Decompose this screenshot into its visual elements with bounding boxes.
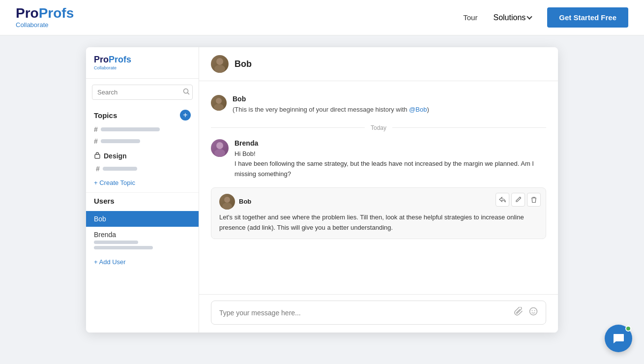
design-section: Design # — [86, 149, 199, 176]
search-box[interactable] — [92, 85, 193, 100]
logo-profs: Profs — [39, 5, 74, 21]
sidebar: ProProfs Collaborate Topics + — [86, 47, 199, 333]
edit-button[interactable] — [511, 193, 525, 207]
chat-widget-icon — [612, 332, 625, 345]
user-item-brenda-name[interactable]: Brenda — [86, 227, 199, 240]
svg-point-5 — [216, 98, 222, 104]
solutions-chevron-icon — [527, 14, 532, 19]
sidebar-logo-sub: Collaborate — [94, 65, 191, 70]
brenda-name: Brenda — [234, 139, 546, 147]
add-topic-button[interactable]: + — [180, 110, 191, 121]
brenda-message-row: Brenda Hi Bob! I have been following the… — [211, 135, 546, 183]
topic-item-1[interactable]: # — [94, 123, 191, 135]
users-label: Users — [94, 197, 191, 205]
reply-action-buttons — [496, 193, 541, 207]
logo-pro: Pro — [16, 5, 39, 21]
svg-rect-2 — [95, 154, 100, 158]
topic-hash-1: # — [94, 125, 98, 133]
chat-header-avatar — [211, 55, 229, 73]
chat-input-box — [211, 301, 546, 325]
reply-button[interactable] — [496, 193, 509, 207]
svg-point-7 — [216, 142, 223, 149]
lock-icon — [94, 151, 101, 160]
bob-reply-box: Bob Let's sit together and see where the… — [211, 187, 546, 240]
search-input[interactable] — [97, 89, 180, 96]
app-window: ProProfs Collaborate Topics + — [86, 47, 558, 333]
nav-logo-text: ProProfs — [16, 5, 74, 21]
search-icon — [183, 88, 190, 96]
reply-bob-avatar — [219, 194, 235, 210]
sidebar-logo: ProProfs Collaborate — [86, 55, 199, 79]
chat-area: Bob Bob (This is the very begin — [199, 47, 558, 333]
topic-bar-1 — [101, 127, 160, 131]
topics-label: Topics — [94, 111, 117, 120]
date-divider: Today — [211, 121, 546, 135]
chat-input-area — [199, 294, 558, 333]
nav-logo: ProProfs Collaborate — [16, 6, 74, 29]
topic-hash-2: # — [94, 137, 98, 145]
design-header[interactable]: Design — [94, 151, 191, 160]
svg-point-6 — [214, 104, 224, 111]
svg-point-3 — [216, 58, 223, 65]
message-input[interactable] — [219, 309, 508, 317]
nav-links: Tour Solutions Get Started Free — [463, 7, 628, 28]
dm-history-text: (This is the very beginning of your dire… — [233, 105, 429, 115]
svg-point-4 — [214, 65, 225, 73]
nav-solutions-dropdown[interactable]: Solutions — [493, 13, 531, 22]
svg-point-12 — [532, 310, 533, 311]
dm-bob-name: Bob — [233, 95, 429, 103]
main-content: ProProfs Collaborate Topics + — [0, 35, 644, 344]
reply-box-header: Bob — [219, 194, 538, 210]
svg-point-13 — [534, 310, 535, 311]
brenda-message-content: Brenda Hi Bob! I have been following the… — [234, 139, 546, 180]
design-label: Design — [104, 152, 127, 160]
topics-section: Topics + # # — [86, 106, 199, 149]
delete-button[interactable] — [527, 193, 541, 207]
chat-header-name: Bob — [234, 59, 252, 69]
add-user-link[interactable]: + Add User — [86, 255, 199, 269]
bob-reply-text: Let's sit together and see where the pro… — [219, 212, 538, 233]
user-bar-1 — [94, 241, 138, 244]
user-bar-2 — [94, 246, 153, 249]
attach-icon[interactable] — [514, 307, 523, 318]
chat-messages: Bob (This is the very beginning of your … — [199, 81, 558, 294]
reply-bob-name: Bob — [239, 198, 251, 205]
user-brenda-bars — [86, 240, 199, 255]
dm-mention: @Bob — [409, 106, 427, 113]
sidebar-logo-text: ProProfs — [94, 55, 131, 64]
sidebar-logo-profs: Profs — [109, 55, 131, 64]
chat-widget-online-dot — [625, 326, 631, 332]
nav-solutions-label: Solutions — [493, 13, 526, 22]
dm-history-message: Bob (This is the very beginning of your … — [211, 89, 546, 121]
create-topic-link[interactable]: + Create Topic — [86, 176, 199, 192]
dm-bob-avatar — [211, 95, 227, 111]
design-topic-bar — [103, 167, 137, 171]
topic-item-2[interactable]: # — [94, 135, 191, 147]
sidebar-logo-pro: Pro — [94, 55, 109, 64]
svg-line-1 — [188, 93, 189, 94]
design-topic-item[interactable]: # — [94, 163, 191, 174]
user-item-bob[interactable]: Bob — [86, 211, 199, 227]
svg-point-8 — [214, 149, 225, 157]
brenda-message-text: I have been following the same strategy,… — [234, 159, 546, 180]
chat-header: Bob — [199, 47, 558, 81]
emoji-icon[interactable] — [529, 307, 538, 318]
svg-point-11 — [530, 308, 537, 315]
chat-widget-button[interactable] — [605, 325, 632, 352]
logo-sub: Collaborate — [16, 21, 74, 29]
brenda-avatar — [211, 139, 229, 157]
svg-point-10 — [222, 203, 232, 210]
topic-bar-2 — [101, 139, 140, 143]
users-section: Users — [86, 192, 199, 211]
dm-history-content: Bob (This is the very beginning of your … — [233, 95, 429, 115]
date-divider-label: Today — [365, 124, 392, 131]
get-started-button[interactable]: Get Started Free — [547, 7, 628, 28]
top-navigation: ProProfs Collaborate Tour Solutions Get … — [0, 0, 644, 35]
brenda-greeting: Hi Bob! — [234, 149, 546, 159]
nav-tour-link[interactable]: Tour — [463, 13, 477, 22]
design-topic-hash: # — [96, 165, 100, 173]
svg-point-9 — [224, 197, 230, 203]
topics-header: Topics + — [94, 110, 191, 121]
